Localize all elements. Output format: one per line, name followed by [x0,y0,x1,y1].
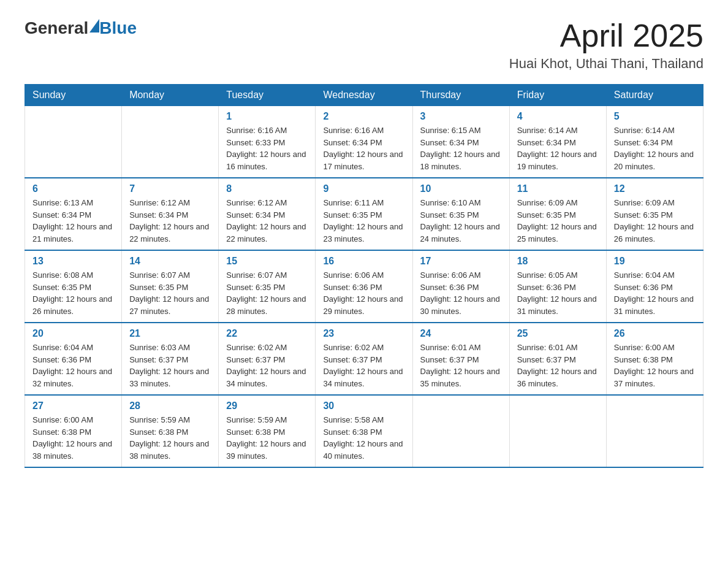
cell-info: Sunrise: 6:11 AMSunset: 6:35 PMDaylight:… [323,197,404,245]
calendar-week-row: 6Sunrise: 6:13 AMSunset: 6:34 PMDaylight… [25,178,703,250]
weekday-header-sunday: Sunday [25,85,122,106]
cell-info: Sunrise: 6:10 AMSunset: 6:35 PMDaylight:… [420,197,502,245]
cell-day-number: 27 [32,400,114,412]
weekday-header-thursday: Thursday [412,85,509,106]
calendar-week-row: 13Sunrise: 6:08 AMSunset: 6:35 PMDayligh… [25,250,703,323]
cell-info: Sunrise: 6:09 AMSunset: 6:35 PMDaylight:… [614,197,696,245]
cell-day-number: 29 [226,400,308,412]
cell-info: Sunrise: 6:14 AMSunset: 6:34 PMDaylight:… [614,124,696,172]
cell-day-number: 2 [323,111,404,122]
cell-info: Sunrise: 6:04 AMSunset: 6:36 PMDaylight:… [614,269,696,317]
cell-day-number: 7 [129,183,211,194]
cell-day-number: 15 [226,256,308,267]
calendar-cell: 19Sunrise: 6:04 AMSunset: 6:36 PMDayligh… [606,250,703,323]
calendar-cell: 17Sunrise: 6:06 AMSunset: 6:36 PMDayligh… [412,250,509,323]
cell-info: Sunrise: 6:13 AMSunset: 6:34 PMDaylight:… [32,197,114,245]
calendar-cell: 24Sunrise: 6:01 AMSunset: 6:37 PMDayligh… [412,323,509,395]
calendar-cell: 6Sunrise: 6:13 AMSunset: 6:34 PMDaylight… [25,178,122,250]
calendar-cell: 28Sunrise: 5:59 AMSunset: 6:38 PMDayligh… [122,395,219,467]
cell-info: Sunrise: 6:16 AMSunset: 6:33 PMDaylight:… [226,124,308,172]
calendar-week-row: 20Sunrise: 6:04 AMSunset: 6:36 PMDayligh… [25,323,703,395]
calendar-cell: 9Sunrise: 6:11 AMSunset: 6:35 PMDaylight… [316,178,412,250]
month-title: April 2025 [509,18,703,53]
cell-day-number: 21 [129,328,211,339]
cell-day-number: 11 [517,183,599,194]
cell-day-number: 30 [323,400,404,412]
logo-text-blue: Blue [99,18,137,38]
calendar-cell: 25Sunrise: 6:01 AMSunset: 6:37 PMDayligh… [509,323,606,395]
cell-info: Sunrise: 6:00 AMSunset: 6:38 PMDaylight:… [614,342,696,389]
calendar-cell: 7Sunrise: 6:12 AMSunset: 6:34 PMDaylight… [122,178,219,250]
weekday-header-row: SundayMondayTuesdayWednesdayThursdayFrid… [25,85,703,106]
cell-info: Sunrise: 6:07 AMSunset: 6:35 PMDaylight:… [129,269,211,317]
calendar-cell: 1Sunrise: 6:16 AMSunset: 6:33 PMDaylight… [219,106,316,178]
cell-info: Sunrise: 6:12 AMSunset: 6:34 PMDaylight:… [226,197,308,245]
cell-info: Sunrise: 6:12 AMSunset: 6:34 PMDaylight:… [129,197,211,245]
logo-text-general: General [25,18,88,38]
calendar-cell [122,106,219,178]
logo: General Blue [25,18,137,38]
cell-info: Sunrise: 6:04 AMSunset: 6:36 PMDaylight:… [32,342,114,389]
cell-day-number: 6 [32,183,114,194]
calendar-cell: 3Sunrise: 6:15 AMSunset: 6:34 PMDaylight… [412,106,509,178]
calendar-cell: 29Sunrise: 5:59 AMSunset: 6:38 PMDayligh… [219,395,316,467]
calendar-cell [412,395,509,467]
calendar-table: SundayMondayTuesdayWednesdayThursdayFrid… [25,84,703,468]
cell-day-number: 23 [323,328,404,339]
cell-info: Sunrise: 6:05 AMSunset: 6:36 PMDaylight:… [517,269,599,317]
calendar-cell: 20Sunrise: 6:04 AMSunset: 6:36 PMDayligh… [25,323,122,395]
weekday-header-monday: Monday [122,85,219,106]
cell-day-number: 17 [420,256,502,267]
calendar-cell [606,395,703,467]
weekday-header-tuesday: Tuesday [219,85,316,106]
cell-day-number: 25 [517,328,599,339]
calendar-header: SundayMondayTuesdayWednesdayThursdayFrid… [25,85,703,106]
cell-day-number: 16 [323,256,404,267]
cell-day-number: 5 [614,111,696,122]
cell-info: Sunrise: 6:02 AMSunset: 6:37 PMDaylight:… [323,342,404,389]
cell-info: Sunrise: 6:03 AMSunset: 6:37 PMDaylight:… [129,342,211,389]
calendar-cell: 8Sunrise: 6:12 AMSunset: 6:34 PMDaylight… [219,178,316,250]
cell-info: Sunrise: 6:06 AMSunset: 6:36 PMDaylight:… [323,269,404,317]
cell-day-number: 8 [226,183,308,194]
cell-info: Sunrise: 6:06 AMSunset: 6:36 PMDaylight:… [420,269,502,317]
title-section: April 2025 Huai Khot, Uthai Thani, Thail… [509,18,703,72]
weekday-header-friday: Friday [509,85,606,106]
cell-day-number: 22 [226,328,308,339]
cell-day-number: 3 [420,111,502,122]
cell-info: Sunrise: 6:14 AMSunset: 6:34 PMDaylight:… [517,124,599,172]
cell-info: Sunrise: 6:08 AMSunset: 6:35 PMDaylight:… [32,269,114,317]
calendar-week-row: 1Sunrise: 6:16 AMSunset: 6:33 PMDaylight… [25,106,703,178]
calendar-body: 1Sunrise: 6:16 AMSunset: 6:33 PMDaylight… [25,106,703,468]
calendar-cell [509,395,606,467]
cell-day-number: 19 [614,256,696,267]
cell-day-number: 24 [420,328,502,339]
calendar-cell: 4Sunrise: 6:14 AMSunset: 6:34 PMDaylight… [509,106,606,178]
calendar-cell: 11Sunrise: 6:09 AMSunset: 6:35 PMDayligh… [509,178,606,250]
cell-day-number: 28 [129,400,211,412]
cell-info: Sunrise: 6:09 AMSunset: 6:35 PMDaylight:… [517,197,599,245]
calendar-cell: 15Sunrise: 6:07 AMSunset: 6:35 PMDayligh… [219,250,316,323]
calendar-cell: 27Sunrise: 6:00 AMSunset: 6:38 PMDayligh… [25,395,122,467]
calendar-cell: 26Sunrise: 6:00 AMSunset: 6:38 PMDayligh… [606,323,703,395]
cell-info: Sunrise: 6:00 AMSunset: 6:38 PMDaylight:… [32,414,114,462]
cell-day-number: 4 [517,111,599,122]
weekday-header-saturday: Saturday [606,85,703,106]
calendar-cell: 16Sunrise: 6:06 AMSunset: 6:36 PMDayligh… [316,250,412,323]
calendar-cell: 21Sunrise: 6:03 AMSunset: 6:37 PMDayligh… [122,323,219,395]
cell-info: Sunrise: 5:58 AMSunset: 6:38 PMDaylight:… [323,414,404,462]
cell-info: Sunrise: 6:01 AMSunset: 6:37 PMDaylight:… [517,342,599,389]
cell-day-number: 12 [614,183,696,194]
cell-day-number: 14 [129,256,211,267]
weekday-header-wednesday: Wednesday [316,85,412,106]
cell-info: Sunrise: 6:01 AMSunset: 6:37 PMDaylight:… [420,342,502,389]
cell-info: Sunrise: 6:02 AMSunset: 6:37 PMDaylight:… [226,342,308,389]
cell-day-number: 26 [614,328,696,339]
cell-day-number: 9 [323,183,404,194]
calendar-cell: 14Sunrise: 6:07 AMSunset: 6:35 PMDayligh… [122,250,219,323]
location-title: Huai Khot, Uthai Thani, Thailand [509,56,703,72]
cell-info: Sunrise: 6:16 AMSunset: 6:34 PMDaylight:… [323,124,404,172]
cell-info: Sunrise: 6:15 AMSunset: 6:34 PMDaylight:… [420,124,502,172]
logo-triangle-icon [89,19,99,33]
calendar-cell: 12Sunrise: 6:09 AMSunset: 6:35 PMDayligh… [606,178,703,250]
